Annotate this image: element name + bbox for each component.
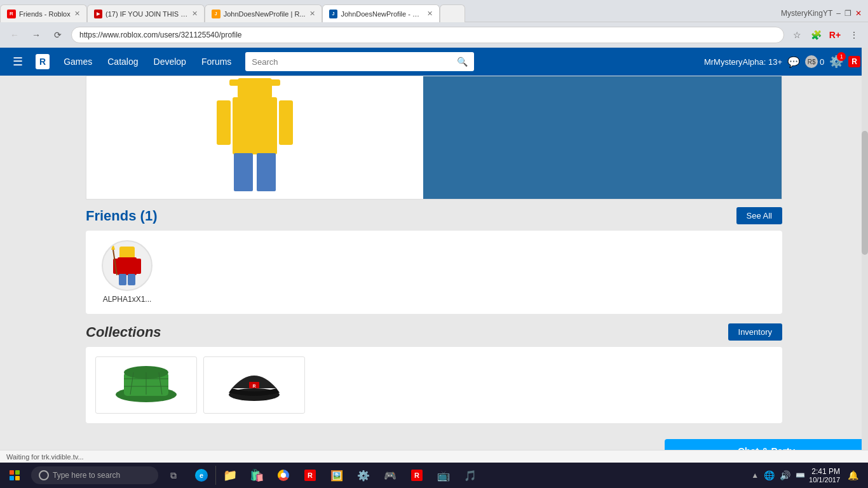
browser-tab-4[interactable]: J JohnDoesNewProfile - R... ✕ [322,4,440,22]
store-icon: 🛍️ [250,468,264,482]
nav-right: MrMysteryAlpha: 13+ 💬 R$ 0 ⚙️ 1 R [704,55,860,69]
close-btn[interactable]: ✕ [855,9,862,18]
tab-close-2[interactable]: ✕ [192,10,198,18]
taskbar-app-9[interactable]: 📺 [431,463,456,488]
search-box[interactable]: 🔍 [245,52,474,71]
nav-catalog[interactable]: Catalog [101,54,144,69]
friend-name: ALPHA1xX1... [95,295,159,304]
menu-btn[interactable]: ⋮ [846,27,862,43]
cortana-icon [39,470,49,480]
nav-roblox-icon[interactable]: R [848,56,860,67]
forward-button[interactable]: → [28,27,44,43]
svg-rect-1 [217,100,231,145]
svg-rect-12 [128,274,135,285]
taskbar-app-5[interactable]: 🖼️ [324,463,349,488]
windows-taskbar: Type here to search ⧉ e 📁 🛍️ R 🖼️ [0,463,868,488]
tab-close-3[interactable]: ✕ [309,10,315,18]
collection-item-2[interactable]: R [203,356,305,414]
restore-btn[interactable]: ❐ [844,9,851,18]
taskbar-notification[interactable]: 🔔 [844,463,862,488]
browser-tab-5[interactable] [440,4,465,22]
address-input[interactable] [71,27,784,43]
extensions-btn[interactable]: 🧩 [808,27,824,43]
friends-section: Friends (1) See All [86,207,782,314]
browser-tab-3[interactable]: J JohnDoesNewProfile | R... ✕ [205,4,322,22]
taskbar-store[interactable]: 🛍️ [244,463,269,488]
svg-rect-4 [257,153,276,191]
inventory-button[interactable]: Inventory [728,323,782,341]
collections-section-header: Collections Inventory [86,323,782,341]
taskbar-roblox-2[interactable]: R [404,463,430,488]
nav-games[interactable]: Games [57,54,98,69]
nav-settings-icon[interactable]: ⚙️ 1 [829,55,843,69]
taskbar-chrome[interactable] [271,463,296,488]
app-7-icon: 🎮 [384,470,397,482]
svg-rect-0 [233,97,277,154]
tab-favicon-2: ▶ [94,10,102,18]
minimize-btn[interactable]: – [836,9,841,18]
collections-section: Collections Inventory [86,323,782,423]
search-input[interactable] [252,57,457,67]
reload-button[interactable]: ⟳ [50,27,66,43]
notification-icon: 🔔 [848,470,858,480]
taskbar-file-explorer[interactable]: 📁 [217,463,243,488]
taskbar-app-6[interactable]: ⚙️ [351,463,376,488]
roblox-ext-btn[interactable]: R+ [827,27,843,43]
system-tray-icons: ▲ 🌐 🔊 ⌨️ [751,470,805,480]
tray-volume-icon[interactable]: 🔊 [780,470,790,480]
browser-toolbar: ☆ 🧩 R+ ⋮ [789,27,862,43]
status-text: Waiting for trk.vidible.tv... [6,453,84,461]
friend-item[interactable]: ALPHA1xX1... [95,240,159,304]
bookmark-star-btn[interactable]: ☆ [789,27,804,43]
nav-chat-icon[interactable]: 💬 [787,56,800,68]
browser-tab-1[interactable]: R Friends - Roblox ✕ [0,4,87,22]
file-explorer-icon: 📁 [223,468,237,482]
tray-network-icon[interactable]: 🌐 [764,470,775,480]
collection-item-1[interactable] [95,356,197,414]
green-hat-image [114,360,178,410]
taskbar-apps: e 📁 🛍️ R 🖼️ ⚙️ 🎮 R [186,463,485,488]
start-button[interactable] [0,463,29,488]
see-all-button[interactable]: See All [736,207,782,224]
taskbar-date: 10/1/2017 [809,476,840,484]
nav-forums[interactable]: Forums [195,54,238,69]
taskbar-search-text: Type here to search [53,471,120,480]
taskbar-edge[interactable]: e [189,463,214,488]
app-5-icon: 🖼️ [330,470,343,482]
back-button[interactable]: ← [6,27,23,43]
profile-right-panel [423,76,782,199]
tab-close-1[interactable]: ✕ [74,10,80,18]
windows-logo-icon [10,470,20,480]
scrollbar-thumb[interactable] [862,131,868,255]
roblox-logo[interactable]: R [36,54,50,69]
tray-battery-icon: ⌨️ [796,471,805,480]
scrollbar[interactable] [862,48,868,463]
collections-title: Collections [86,324,161,341]
svg-rect-6 [229,79,280,86]
friends-container: ALPHA1xX1... [86,231,782,314]
hamburger-menu[interactable]: ☰ [8,52,28,71]
tab-close-4[interactable]: ✕ [427,10,433,18]
tray-up-arrow[interactable]: ▲ [751,471,759,480]
tab-favicon-4: J [329,10,338,18]
app-6-icon: ⚙️ [357,470,370,482]
roblox-icon-2: R [411,470,423,481]
nav-robux[interactable]: R$ 0 [805,55,824,68]
search-button[interactable]: 🔍 [457,57,468,67]
browser-tab-2[interactable]: ▶ (17) IF YOU JOIN THIS G... ✕ [87,4,205,22]
taskbar-app-7[interactable]: 🎮 [377,463,403,488]
tab-favicon-1: R [7,10,16,18]
main-content: Friends (1) See All [0,76,868,423]
taskbar-clock[interactable]: 2:41 PM 10/1/2017 [809,467,840,484]
tab-label-4: JohnDoesNewProfile - R... [341,10,423,18]
edge-icon: e [195,469,208,482]
taskbar-roblox-1[interactable]: R [297,463,323,488]
svg-rect-2 [279,100,293,145]
taskbar-app-10[interactable]: 🎵 [458,463,483,488]
tab-label-2: (17) IF YOU JOIN THIS G... [105,10,188,18]
nav-develop[interactable]: Develop [147,54,193,69]
task-view-button[interactable]: ⧉ [161,463,186,488]
taskbar-search[interactable]: Type here to search [31,466,158,484]
taskbar-time: 2:41 PM [809,467,840,476]
friend-avatar-image [108,243,146,288]
